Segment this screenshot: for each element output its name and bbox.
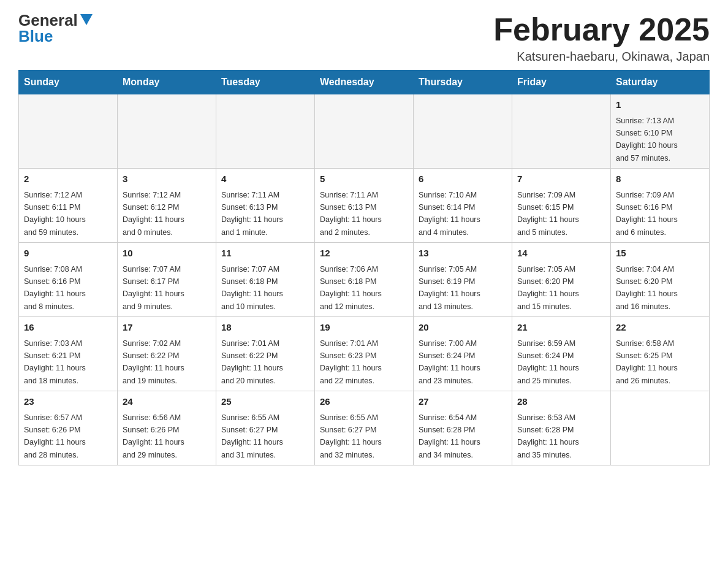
day-number: 4 xyxy=(221,172,309,186)
calendar-cell xyxy=(216,94,315,169)
weekday-header-tuesday: Tuesday xyxy=(216,71,315,94)
weekday-header-thursday: Thursday xyxy=(414,71,512,94)
calendar-cell: 11Sunrise: 7:07 AM Sunset: 6:18 PM Dayli… xyxy=(216,243,315,317)
day-info: Sunrise: 7:10 AM Sunset: 6:14 PM Dayligh… xyxy=(419,191,480,237)
title-block: February 2025 Katsuren-haebaru, Okinawa,… xyxy=(493,12,710,64)
day-info: Sunrise: 6:53 AM Sunset: 6:28 PM Dayligh… xyxy=(517,413,579,459)
calendar-week-row: 9Sunrise: 7:08 AM Sunset: 6:16 PM Daylig… xyxy=(19,243,710,317)
day-info: Sunrise: 6:57 AM Sunset: 6:26 PM Dayligh… xyxy=(24,413,86,459)
calendar-week-row: 2Sunrise: 7:12 AM Sunset: 6:11 PM Daylig… xyxy=(19,169,710,243)
day-info: Sunrise: 7:05 AM Sunset: 6:20 PM Dayligh… xyxy=(517,265,579,311)
day-info: Sunrise: 7:12 AM Sunset: 6:12 PM Dayligh… xyxy=(123,191,184,237)
day-number: 24 xyxy=(123,395,211,409)
day-number: 21 xyxy=(517,321,605,335)
day-number: 18 xyxy=(221,321,309,335)
calendar-week-row: 16Sunrise: 7:03 AM Sunset: 6:21 PM Dayli… xyxy=(19,317,710,391)
logo: General Blue xyxy=(18,12,93,44)
calendar-cell xyxy=(118,94,216,169)
day-info: Sunrise: 7:12 AM Sunset: 6:11 PM Dayligh… xyxy=(24,191,86,237)
day-info: Sunrise: 7:07 AM Sunset: 6:18 PM Dayligh… xyxy=(221,265,283,311)
day-number: 9 xyxy=(24,247,112,261)
calendar-cell: 21Sunrise: 6:59 AM Sunset: 6:24 PM Dayli… xyxy=(512,317,611,391)
weekday-header-monday: Monday xyxy=(118,71,216,94)
calendar-cell: 19Sunrise: 7:01 AM Sunset: 6:23 PM Dayli… xyxy=(315,317,414,391)
month-title: February 2025 xyxy=(493,12,710,47)
calendar-week-row: 23Sunrise: 6:57 AM Sunset: 6:26 PM Dayli… xyxy=(19,391,710,465)
calendar-cell: 10Sunrise: 7:07 AM Sunset: 6:17 PM Dayli… xyxy=(118,243,216,317)
day-number: 1 xyxy=(616,98,704,112)
day-number: 27 xyxy=(419,395,507,409)
calendar-cell: 22Sunrise: 6:58 AM Sunset: 6:25 PM Dayli… xyxy=(611,317,710,391)
logo-triangle-icon xyxy=(80,14,93,25)
day-number: 23 xyxy=(24,395,112,409)
calendar-cell xyxy=(315,94,414,169)
calendar-cell: 4Sunrise: 7:11 AM Sunset: 6:13 PM Daylig… xyxy=(216,169,315,243)
day-number: 5 xyxy=(320,172,408,186)
day-number: 16 xyxy=(24,321,112,335)
day-info: Sunrise: 7:11 AM Sunset: 6:13 PM Dayligh… xyxy=(221,191,283,237)
calendar-cell: 5Sunrise: 7:11 AM Sunset: 6:13 PM Daylig… xyxy=(315,169,414,243)
day-info: Sunrise: 7:02 AM Sunset: 6:22 PM Dayligh… xyxy=(123,339,184,385)
day-info: Sunrise: 6:56 AM Sunset: 6:26 PM Dayligh… xyxy=(123,413,184,459)
day-number: 3 xyxy=(123,172,211,186)
calendar-cell: 12Sunrise: 7:06 AM Sunset: 6:18 PM Dayli… xyxy=(315,243,414,317)
calendar-cell xyxy=(512,94,611,169)
calendar-cell: 6Sunrise: 7:10 AM Sunset: 6:14 PM Daylig… xyxy=(414,169,512,243)
calendar-cell: 20Sunrise: 7:00 AM Sunset: 6:24 PM Dayli… xyxy=(414,317,512,391)
day-number: 17 xyxy=(123,321,211,335)
page-header: General Blue February 2025 Katsuren-haeb… xyxy=(18,12,710,64)
day-number: 13 xyxy=(419,247,507,261)
location-text: Katsuren-haebaru, Okinawa, Japan xyxy=(493,50,710,64)
day-number: 25 xyxy=(221,395,309,409)
day-info: Sunrise: 7:03 AM Sunset: 6:21 PM Dayligh… xyxy=(24,339,86,385)
day-number: 7 xyxy=(517,172,605,186)
day-info: Sunrise: 7:07 AM Sunset: 6:17 PM Dayligh… xyxy=(123,265,184,311)
logo-general-text: General xyxy=(18,12,78,28)
day-number: 11 xyxy=(221,247,309,261)
day-info: Sunrise: 7:09 AM Sunset: 6:15 PM Dayligh… xyxy=(517,191,579,237)
calendar-week-row: 1Sunrise: 7:13 AM Sunset: 6:10 PM Daylig… xyxy=(19,94,710,169)
day-info: Sunrise: 7:08 AM Sunset: 6:16 PM Dayligh… xyxy=(24,265,86,311)
day-info: Sunrise: 7:11 AM Sunset: 6:13 PM Dayligh… xyxy=(320,191,382,237)
calendar-cell: 8Sunrise: 7:09 AM Sunset: 6:16 PM Daylig… xyxy=(611,169,710,243)
calendar-cell: 17Sunrise: 7:02 AM Sunset: 6:22 PM Dayli… xyxy=(118,317,216,391)
day-info: Sunrise: 7:13 AM Sunset: 6:10 PM Dayligh… xyxy=(616,117,678,163)
logo-blue-text: Blue xyxy=(18,28,53,44)
day-number: 19 xyxy=(320,321,408,335)
calendar-header-row: SundayMondayTuesdayWednesdayThursdayFrid… xyxy=(19,71,710,94)
weekday-header-saturday: Saturday xyxy=(611,71,710,94)
calendar-cell: 18Sunrise: 7:01 AM Sunset: 6:22 PM Dayli… xyxy=(216,317,315,391)
day-info: Sunrise: 6:59 AM Sunset: 6:24 PM Dayligh… xyxy=(517,339,579,385)
calendar-cell xyxy=(19,94,118,169)
day-info: Sunrise: 7:06 AM Sunset: 6:18 PM Dayligh… xyxy=(320,265,382,311)
day-number: 2 xyxy=(24,172,112,186)
day-info: Sunrise: 7:01 AM Sunset: 6:22 PM Dayligh… xyxy=(221,339,283,385)
calendar-table: SundayMondayTuesdayWednesdayThursdayFrid… xyxy=(18,70,710,465)
calendar-cell: 26Sunrise: 6:55 AM Sunset: 6:27 PM Dayli… xyxy=(315,391,414,465)
calendar-cell: 23Sunrise: 6:57 AM Sunset: 6:26 PM Dayli… xyxy=(19,391,118,465)
calendar-cell xyxy=(611,391,710,465)
weekday-header-friday: Friday xyxy=(512,71,611,94)
day-number: 14 xyxy=(517,247,605,261)
day-info: Sunrise: 7:09 AM Sunset: 6:16 PM Dayligh… xyxy=(616,191,678,237)
day-number: 20 xyxy=(419,321,507,335)
day-info: Sunrise: 7:00 AM Sunset: 6:24 PM Dayligh… xyxy=(419,339,480,385)
calendar-cell: 27Sunrise: 6:54 AM Sunset: 6:28 PM Dayli… xyxy=(414,391,512,465)
day-number: 8 xyxy=(616,172,704,186)
calendar-cell: 9Sunrise: 7:08 AM Sunset: 6:16 PM Daylig… xyxy=(19,243,118,317)
day-number: 6 xyxy=(419,172,507,186)
day-number: 28 xyxy=(517,395,605,409)
calendar-cell: 24Sunrise: 6:56 AM Sunset: 6:26 PM Dayli… xyxy=(118,391,216,465)
day-info: Sunrise: 6:55 AM Sunset: 6:27 PM Dayligh… xyxy=(320,413,382,459)
calendar-cell: 25Sunrise: 6:55 AM Sunset: 6:27 PM Dayli… xyxy=(216,391,315,465)
day-info: Sunrise: 6:58 AM Sunset: 6:25 PM Dayligh… xyxy=(616,339,678,385)
weekday-header-sunday: Sunday xyxy=(19,71,118,94)
day-number: 12 xyxy=(320,247,408,261)
calendar-cell: 3Sunrise: 7:12 AM Sunset: 6:12 PM Daylig… xyxy=(118,169,216,243)
calendar-cell: 1Sunrise: 7:13 AM Sunset: 6:10 PM Daylig… xyxy=(611,94,710,169)
calendar-cell: 15Sunrise: 7:04 AM Sunset: 6:20 PM Dayli… xyxy=(611,243,710,317)
weekday-header-wednesday: Wednesday xyxy=(315,71,414,94)
day-info: Sunrise: 6:55 AM Sunset: 6:27 PM Dayligh… xyxy=(221,413,283,459)
day-info: Sunrise: 6:54 AM Sunset: 6:28 PM Dayligh… xyxy=(419,413,480,459)
calendar-cell: 7Sunrise: 7:09 AM Sunset: 6:15 PM Daylig… xyxy=(512,169,611,243)
